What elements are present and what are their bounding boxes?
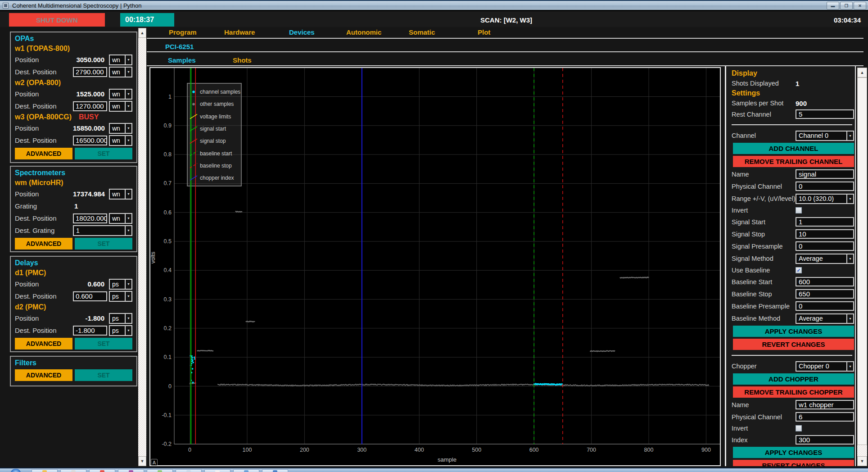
channel-dropdown[interactable]: Channel 0▼	[796, 131, 854, 141]
chevron-down-icon[interactable]: ▼	[125, 90, 131, 99]
tab-devices[interactable]: Devices	[289, 28, 315, 36]
name-input[interactable]: signal	[796, 169, 854, 179]
scrollbar[interactable]: ▲▼	[857, 68, 867, 466]
chevron-down-icon[interactable]: ▼	[846, 314, 853, 323]
taskbar-app-button[interactable]	[89, 469, 115, 472]
tab-autonomic[interactable]: Autonomic	[346, 28, 381, 36]
units-dropdown[interactable]: ps▼	[109, 291, 132, 302]
name-input[interactable]: w1 chopper	[796, 400, 854, 409]
chevron-down-icon[interactable]: ▼	[125, 280, 131, 289]
taskbar-app-button[interactable]	[147, 469, 173, 472]
chevron-down-icon[interactable]: ▼	[125, 55, 131, 64]
add-chopper-button[interactable]: ADD CHOPPER	[733, 373, 854, 385]
dest-position-input[interactable]: 18020.000	[73, 213, 107, 223]
dest-position-input[interactable]: -1.800	[73, 326, 107, 336]
chevron-down-icon[interactable]: ▼	[846, 195, 853, 203]
physical-channel-input[interactable]: 0	[796, 182, 854, 191]
tab-somatic[interactable]: Somatic	[409, 28, 435, 36]
scroll-down-icon[interactable]: ▼	[857, 456, 867, 466]
taskbar-app-button[interactable]	[32, 469, 58, 472]
invert-checkbox[interactable]	[796, 425, 802, 431]
signal-stop-input[interactable]: 10	[796, 229, 854, 239]
units-dropdown[interactable]: wn▼	[109, 123, 132, 134]
units-dropdown[interactable]: ps▼	[109, 279, 132, 290]
units-dropdown[interactable]: ps▼	[109, 313, 132, 324]
units-dropdown[interactable]: wn▼	[109, 67, 132, 77]
signal-start-input[interactable]: 1	[796, 217, 854, 227]
add-channel-button[interactable]: ADD CHANNEL	[733, 143, 854, 154]
set-button[interactable]: SET	[75, 148, 132, 159]
signal-presample-input[interactable]: 0	[796, 241, 854, 251]
chevron-down-icon[interactable]: ▼	[125, 68, 131, 77]
dest-position-input[interactable]: 1270.000	[73, 101, 107, 111]
dest-position-input[interactable]: 16500.000	[73, 136, 107, 145]
chevron-down-icon[interactable]: ▼	[846, 254, 853, 263]
chevron-down-icon[interactable]: ▼	[125, 136, 131, 145]
dest-grating-dropdown[interactable]: 1▼	[73, 225, 132, 236]
set-button[interactable]: SET	[75, 369, 132, 381]
advanced-button[interactable]: ADVANCED	[15, 238, 72, 250]
taskbar-app-button[interactable]	[262, 469, 288, 472]
chevron-down-icon[interactable]: ▼	[125, 214, 131, 223]
baseline-method-dropdown[interactable]: Average▼	[796, 313, 854, 324]
scrollbar[interactable]: ▲▼	[138, 28, 146, 466]
units-dropdown[interactable]: ps▼	[109, 325, 132, 336]
chevron-down-icon[interactable]: ▼	[125, 314, 131, 323]
taskbar-app-button[interactable]	[176, 469, 202, 472]
chevron-down-icon[interactable]: ▼	[846, 362, 853, 371]
title-bar[interactable]: Coherent Multidimensional Spectroscopy |…	[0, 0, 868, 10]
chevron-down-icon[interactable]: ▼	[125, 102, 131, 111]
dest-position-input[interactable]: 0.600	[73, 291, 107, 301]
apply-changes-button[interactable]: APPLY CHANGES	[733, 326, 854, 337]
plot-canvas[interactable]: channel samplesother samplesvoltage limi…	[150, 68, 720, 465]
use-baseline-checkbox[interactable]: ✓	[796, 267, 802, 273]
set-button[interactable]: SET	[75, 238, 132, 250]
shutdown-button[interactable]: SHUT DOWN	[9, 13, 105, 27]
taskbar-app-button[interactable]	[233, 469, 259, 472]
advanced-button[interactable]: ADVANCED	[15, 148, 72, 159]
signal-method-dropdown[interactable]: Average▼	[796, 254, 854, 264]
restore-button[interactable]: ❐	[840, 2, 853, 9]
start-button[interactable]	[11, 469, 21, 472]
scroll-up-icon[interactable]: ▲	[138, 28, 146, 38]
chevron-down-icon[interactable]: ▼	[125, 326, 131, 335]
set-button[interactable]: SET	[75, 338, 132, 349]
scroll-thumb[interactable]	[857, 77, 867, 445]
units-dropdown[interactable]: wn▼	[109, 135, 132, 146]
range-v-uv-level--dropdown[interactable]: 10.0 (320.0)▼	[796, 194, 854, 204]
close-button[interactable]: ✕	[854, 2, 866, 9]
scroll-up-icon[interactable]: ▲	[857, 68, 867, 77]
revert-changes-button[interactable]: REVERT CHANGES	[733, 460, 854, 466]
units-dropdown[interactable]: wn▼	[109, 101, 132, 112]
tab-program[interactable]: Program	[169, 28, 197, 36]
apply-changes-button[interactable]: APPLY CHANGES	[733, 447, 854, 458]
dest-position-input[interactable]: 2790.000	[73, 67, 107, 77]
physical-channel-input[interactable]: 6	[796, 412, 854, 422]
taskbar-app-button[interactable]	[204, 469, 231, 472]
tab-shots[interactable]: Shots	[233, 56, 252, 64]
units-dropdown[interactable]: wn▼	[109, 213, 132, 224]
chevron-down-icon[interactable]: ▼	[125, 226, 131, 235]
chevron-down-icon[interactable]: ▼	[125, 190, 131, 199]
samples-plot[interactable]: channel samplesother samplesvoltage limi…	[149, 67, 721, 466]
baseline-presample-input[interactable]: 0	[796, 301, 854, 311]
tab-samples[interactable]: Samples	[168, 56, 196, 64]
units-dropdown[interactable]: wn▼	[109, 89, 132, 100]
baseline-stop-input[interactable]: 650	[796, 289, 854, 299]
units-dropdown[interactable]: wn▼	[109, 189, 132, 200]
tab-device-pci-6251[interactable]: PCI-6251	[165, 43, 194, 50]
scroll-down-icon[interactable]: ▼	[138, 456, 146, 466]
windows-taskbar[interactable]	[0, 467, 868, 472]
units-dropdown[interactable]: wn▼	[109, 54, 132, 65]
taskbar-app-button[interactable]	[60, 469, 86, 472]
plot-autoscale-button[interactable]: A	[151, 459, 158, 466]
tab-plot[interactable]: Plot	[478, 28, 490, 36]
taskbar-app-button[interactable]	[118, 469, 144, 472]
baseline-start-input[interactable]: 600	[796, 277, 854, 286]
tab-hardware[interactable]: Hardware	[224, 28, 255, 36]
chevron-down-icon[interactable]: ▼	[125, 292, 131, 301]
chopper-dropdown[interactable]: Chopper 0▼	[796, 361, 854, 372]
rest-channel-input[interactable]: 5	[796, 109, 854, 119]
advanced-button[interactable]: ADVANCED	[15, 338, 72, 349]
revert-changes-button[interactable]: REVERT CHANGES	[733, 339, 854, 350]
